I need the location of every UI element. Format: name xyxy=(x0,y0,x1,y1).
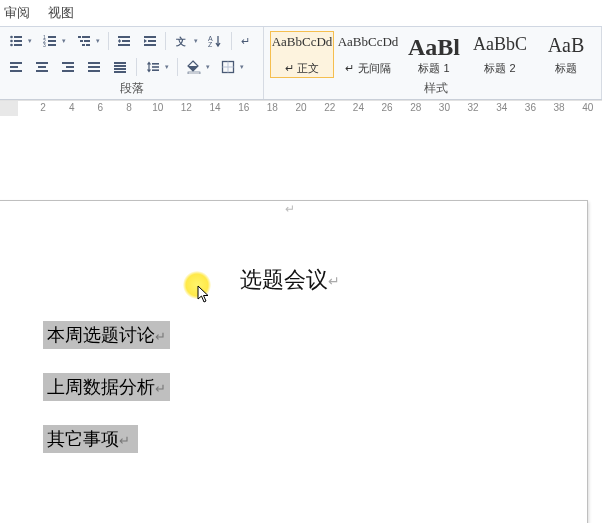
svg-rect-45 xyxy=(114,68,126,70)
style-item-heading1[interactable]: AaBl 标题 1 xyxy=(402,31,466,78)
svg-marker-20 xyxy=(118,41,121,43)
align-left-button[interactable] xyxy=(6,57,26,77)
svg-point-4 xyxy=(10,44,13,47)
style-item-normal[interactable]: AaBbCcDd ↵ 正文 xyxy=(270,31,334,78)
svg-rect-9 xyxy=(48,40,56,42)
svg-rect-46 xyxy=(114,71,126,73)
style-caption: ↵ 正文 xyxy=(285,61,319,75)
svg-rect-23 xyxy=(144,36,156,38)
tab-review[interactable]: 审阅 xyxy=(4,4,30,22)
multilevel-caret-icon[interactable]: ▾ xyxy=(94,31,102,51)
borders-button[interactable] xyxy=(218,57,238,77)
svg-rect-34 xyxy=(36,62,48,64)
bullets-caret-icon[interactable]: ▾ xyxy=(26,31,34,51)
style-preview: AaB xyxy=(548,34,585,61)
selection-block-3[interactable]: 其它事项↵ xyxy=(43,425,138,453)
group-paragraph: ▾ 123 ▾ ▾ xyxy=(0,27,264,99)
ruler-tick: 2 xyxy=(29,102,58,113)
tab-view[interactable]: 视图 xyxy=(48,4,74,22)
page[interactable]: ↵ 选题会议↵ 本周选题讨论↵ 上周数据分析↵ 其它事项↵ xyxy=(0,200,588,523)
align-right-button[interactable] xyxy=(58,57,78,77)
list-item-text: 本周选题讨论 xyxy=(47,325,155,345)
svg-rect-11 xyxy=(48,44,56,46)
borders-caret-icon[interactable]: ▾ xyxy=(238,57,246,77)
ribbon: ▾ 123 ▾ ▾ xyxy=(0,26,602,100)
style-caption: 标题 xyxy=(555,61,577,75)
numbering-button[interactable]: 123 xyxy=(40,31,60,51)
paragraph-mark-icon: ↵ xyxy=(285,202,295,216)
svg-rect-14 xyxy=(80,40,83,42)
ruler-tick: 6 xyxy=(86,102,115,113)
ruler-tick: 20 xyxy=(287,102,316,113)
svg-rect-42 xyxy=(88,70,100,72)
svg-rect-43 xyxy=(114,62,126,64)
line-spacing-button[interactable] xyxy=(143,57,163,77)
style-caption: 标题 2 xyxy=(484,61,515,75)
selection-block-1[interactable]: 本周选题讨论↵ xyxy=(43,321,170,349)
decrease-indent-button[interactable] xyxy=(115,31,134,51)
svg-rect-47 xyxy=(152,63,159,65)
increase-indent-button[interactable] xyxy=(140,31,159,51)
ruler-tick: 10 xyxy=(143,102,172,113)
multilevel-list-button[interactable] xyxy=(74,31,94,51)
list-item-text: 其它事项 xyxy=(47,429,119,449)
svg-rect-40 xyxy=(88,62,100,64)
show-hide-marks-button[interactable]: ↵ xyxy=(238,31,257,51)
style-caption: ↵ 无间隔 xyxy=(345,61,390,75)
document-title-text: 选题会议 xyxy=(240,267,328,292)
svg-text:↵: ↵ xyxy=(241,35,250,47)
shading-caret-icon[interactable]: ▾ xyxy=(204,57,212,77)
document-title[interactable]: 选题会议↵ xyxy=(0,265,587,295)
svg-rect-31 xyxy=(10,62,22,64)
svg-rect-48 xyxy=(152,66,159,68)
styles-gallery[interactable]: AaBbCcDd ↵ 正文 AaBbCcDd ↵ 无间隔 AaBl 标题 1 A… xyxy=(270,31,601,78)
svg-rect-39 xyxy=(62,70,74,72)
group-label-styles: 样式 xyxy=(270,78,601,99)
svg-rect-32 xyxy=(10,66,18,68)
ruler-tick: 40 xyxy=(573,102,602,113)
style-preview: AaBl xyxy=(408,34,460,61)
svg-rect-1 xyxy=(14,36,22,38)
svg-rect-21 xyxy=(122,40,130,42)
svg-rect-49 xyxy=(152,69,159,71)
ruler-tick: 18 xyxy=(258,102,287,113)
ruler-tick: 24 xyxy=(344,102,373,113)
svg-rect-41 xyxy=(88,66,100,68)
svg-text:文: 文 xyxy=(175,36,186,47)
asian-layout-button[interactable]: 文 xyxy=(172,31,192,51)
style-item-title[interactable]: AaB 标题 xyxy=(534,31,598,78)
svg-rect-16 xyxy=(82,44,85,46)
numbering-caret-icon[interactable]: ▾ xyxy=(60,31,68,51)
align-justify-button[interactable] xyxy=(84,57,104,77)
bullets-button[interactable] xyxy=(6,31,26,51)
svg-rect-38 xyxy=(66,66,74,68)
svg-rect-17 xyxy=(86,44,90,46)
svg-rect-33 xyxy=(10,70,22,72)
svg-marker-24 xyxy=(144,39,147,43)
ruler-tick xyxy=(0,102,29,113)
document-area[interactable]: ↵ 选题会议↵ 本周选题讨论↵ 上周数据分析↵ 其它事项↵ xyxy=(0,116,602,523)
ruler-tick: 12 xyxy=(172,102,201,113)
style-preview: AaBbCcDd xyxy=(338,34,399,61)
selection-block-2[interactable]: 上周数据分析↵ xyxy=(43,373,170,401)
asian-layout-caret-icon[interactable]: ▾ xyxy=(192,31,200,51)
line-spacing-caret-icon[interactable]: ▾ xyxy=(163,57,171,77)
svg-text:Z: Z xyxy=(208,41,213,48)
group-styles: AaBbCcDd ↵ 正文 AaBbCcDd ↵ 无间隔 AaBl 标题 1 A… xyxy=(264,27,602,99)
style-caption: 标题 1 xyxy=(418,61,449,75)
svg-rect-12 xyxy=(78,36,81,38)
svg-rect-37 xyxy=(62,62,74,64)
ruler-tick: 4 xyxy=(57,102,86,113)
style-item-no-spacing[interactable]: AaBbCcDd ↵ 无间隔 xyxy=(336,31,400,78)
svg-rect-35 xyxy=(38,66,46,68)
style-item-heading2[interactable]: AaBbC 标题 2 xyxy=(468,31,532,78)
sort-button[interactable]: AZ xyxy=(206,31,225,51)
svg-rect-22 xyxy=(118,44,130,46)
svg-rect-18 xyxy=(118,36,130,38)
ruler-tick: 34 xyxy=(487,102,516,113)
align-center-button[interactable] xyxy=(32,57,52,77)
shading-button[interactable] xyxy=(184,57,204,77)
svg-rect-44 xyxy=(114,65,126,67)
svg-rect-5 xyxy=(14,44,22,46)
align-distribute-button[interactable] xyxy=(110,57,130,77)
